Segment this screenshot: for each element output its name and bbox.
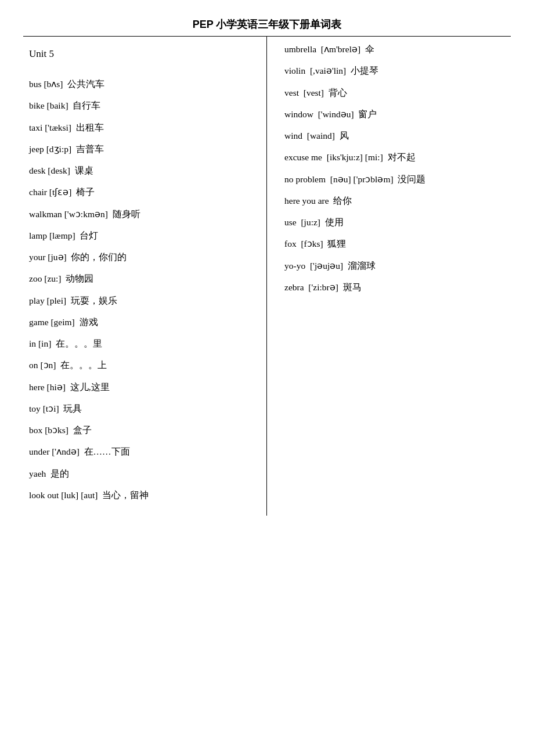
phonetic: ['ʌndə] (52, 447, 80, 456)
list-item: vest [vest] 背心 (284, 86, 505, 99)
phonetic: [,vaiə'lin] (310, 66, 346, 75)
word: box (29, 425, 42, 435)
meaning: 你的，你们的 (71, 252, 127, 262)
meaning: 伞 (365, 44, 374, 54)
word: violin (284, 66, 305, 75)
list-item: yaeh 是的 (29, 467, 255, 480)
word: taxi (29, 123, 42, 132)
meaning: 这儿,这里 (70, 382, 110, 392)
word: bike (29, 100, 45, 110)
meaning: 是的 (50, 469, 69, 478)
phonetic: [geim] (50, 317, 74, 327)
list-item: game [geim] 游戏 (29, 315, 255, 329)
phonetic: [baik] (47, 100, 68, 110)
meaning: 当心，留神 (102, 490, 149, 500)
word: yo-yo (284, 261, 305, 271)
word: your (29, 252, 45, 262)
word: desk (29, 165, 45, 175)
meaning: 小提琴 (351, 66, 378, 75)
phonetic: [hiə] (47, 382, 66, 392)
meaning: 台灯 (80, 231, 98, 240)
word: toy (29, 404, 41, 413)
list-item: zoo [zu:] 动物园 (29, 272, 255, 285)
list-item: in [in] 在。。。里 (29, 337, 255, 350)
list-item: desk [desk] 课桌 (29, 164, 255, 177)
meaning: 狐狸 (327, 239, 346, 249)
word: umbrella (284, 44, 316, 54)
phonetic: [in] (38, 339, 51, 348)
meaning: 随身听 (113, 209, 140, 219)
meaning: 盒子 (73, 425, 92, 435)
phonetic: [læmp] (49, 231, 75, 240)
meaning: 课桌 (75, 165, 93, 175)
list-item: on [ɔn] 在。。。上 (29, 358, 255, 372)
phonetic: [bʌs] (44, 79, 63, 89)
list-item: here you are 给你 (284, 194, 505, 207)
right-entries: umbrella [ʌm'brelə] 伞violin [,vaiə'lin] … (284, 42, 505, 294)
list-item: taxi ['tæksi] 出租车 (29, 121, 255, 134)
list-item: look out [luk] [aut] 当心，留神 (29, 488, 255, 502)
word: under (29, 447, 49, 456)
list-item: here [hiə] 这儿,这里 (29, 380, 255, 394)
word: walkman (29, 209, 62, 219)
phonetic: [tʃɛə] (49, 187, 72, 197)
meaning: 在。。。上 (60, 360, 107, 370)
word: vest (284, 88, 299, 98)
phonetic: [juə] (48, 252, 66, 262)
list-item: under ['ʌndə] 在……下面 (29, 445, 255, 458)
word: look out (29, 490, 59, 500)
word: wind (284, 131, 302, 141)
phonetic: [ɔn] (40, 360, 56, 370)
meaning: 背心 (329, 88, 347, 98)
meaning: 使用 (325, 217, 344, 227)
phonetic: [tɔi] (43, 404, 59, 413)
list-item: window ['windəu] 窗户 (284, 107, 505, 121)
word: use (284, 217, 297, 227)
unit-title: Unit 5 (29, 48, 255, 60)
left-entries: bus [bʌs] 公共汽车bike [baik] 自行车taxi ['tæks… (29, 77, 255, 502)
page-title: PEP 小学英语三年级下册单词表 (23, 17, 511, 31)
meaning: 对不起 (388, 152, 416, 162)
meaning: 没问题 (398, 174, 425, 184)
list-item: no problem [nəu] ['prɔbləm] 没问题 (284, 172, 505, 186)
word: lamp (29, 231, 47, 240)
right-column: umbrella [ʌm'brelə] 伞violin [,vaiə'lin] … (267, 37, 511, 308)
meaning: 自行车 (73, 100, 100, 110)
list-item: umbrella [ʌm'brelə] 伞 (284, 42, 505, 56)
meaning: 椅子 (76, 187, 95, 197)
phonetic: ['zi:brə] (308, 282, 338, 292)
word: play (29, 296, 45, 305)
list-item: use [ju:z] 使用 (284, 215, 505, 229)
meaning: 风 (340, 131, 349, 141)
meaning: 吉普车 (76, 144, 104, 154)
meaning: 游戏 (80, 317, 98, 327)
meaning: 出租车 (76, 123, 104, 132)
word: jeep (29, 144, 44, 154)
list-item: toy [tɔi] 玩具 (29, 402, 255, 415)
word: yaeh (29, 469, 46, 478)
phonetic: ['wɔ:kmən] (64, 209, 108, 219)
phonetic: [ʌm'brelə] (321, 44, 360, 54)
list-item: excuse me [iks'kju:z] [mi:] 对不起 (284, 150, 505, 164)
word: fox (284, 239, 297, 249)
phonetic: ['jəujəu] (310, 261, 343, 271)
phonetic: ['windəu] (318, 109, 354, 119)
phonetic: [vest] (304, 88, 324, 98)
phonetic: [fɔks] (301, 239, 323, 249)
word: excuse me (284, 152, 322, 162)
word: zebra (284, 282, 304, 292)
phonetic: [desk] (48, 165, 70, 175)
meaning: 玩耍，娱乐 (71, 296, 117, 305)
phonetic: [ju:z] (301, 217, 320, 227)
list-item: bus [bʌs] 公共汽车 (29, 77, 255, 91)
content-area: Unit 5 bus [bʌs] 公共汽车bike [baik] 自行车taxi… (23, 37, 511, 516)
page: PEP 小学英语三年级下册单词表 Unit 5 bus [bʌs] 公共汽车bi… (0, 0, 534, 756)
word: on (29, 360, 38, 370)
list-item: walkman ['wɔ:kmən] 随身听 (29, 207, 255, 221)
phonetic: [bɔks] (45, 425, 68, 435)
list-item: wind [waind] 风 (284, 129, 505, 142)
list-item: chair [tʃɛə] 椅子 (29, 185, 255, 199)
word: in (29, 339, 36, 348)
list-item: bike [baik] 自行车 (29, 99, 255, 112)
meaning: 给你 (333, 196, 352, 206)
